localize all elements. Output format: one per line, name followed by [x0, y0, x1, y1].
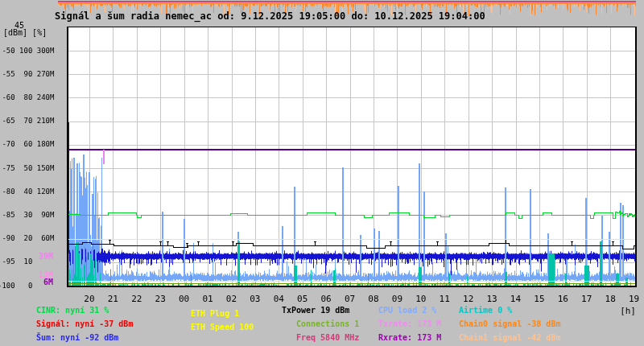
x-axis-hour-17: 17 [578, 295, 596, 303]
legend-airtime: Airtime 0 % [459, 307, 512, 315]
x-axis-hour-11: 11 [436, 295, 453, 303]
x-axis-hour-02: 02 [222, 295, 240, 303]
x-axis-hour-05: 05 [294, 295, 312, 303]
y-axis-row: -85 30 90M [0, 212, 54, 219]
legend-sum: Šum: nyní -92 dBm [36, 334, 118, 342]
y-axis-row: -50 100 300M [0, 47, 54, 55]
y-axis-row: -80 40 120M [0, 188, 54, 196]
legend-txpower: TxPower 19 dBm [282, 307, 349, 315]
x-axis-hour-03: 03 [246, 295, 264, 303]
x-axis-hour-00: 00 [175, 295, 193, 303]
x-axis-hour-22: 22 [128, 295, 146, 303]
x-axis-hour-10: 10 [412, 295, 430, 303]
rate-mark-39m: 39M [5, 253, 53, 261]
y-axis-row: -60 80 240M [0, 94, 54, 101]
chart-title: Signál a šum radia nemec_ac od: 9.12.202… [55, 11, 485, 21]
x-axis-hour-16: 16 [554, 295, 572, 303]
x-axis-unit: [h] [612, 307, 636, 315]
x-axis-hour-23: 23 [151, 295, 169, 303]
legend-chain0: Chain0 signal -38 dBm [459, 320, 560, 328]
y-axis-row: -75 50 150M [0, 165, 54, 172]
legend-chain1: Chain1 signal -42 dBm [459, 334, 560, 342]
legend-eth-speed: ETH Speed 100 [191, 323, 254, 332]
x-axis-hour-09: 09 [388, 295, 406, 303]
y-axis-row: -55 90 270M [0, 71, 54, 78]
x-axis-hour-13: 13 [483, 295, 501, 303]
signal-noise-graph: Signál a šum radia nemec_ac od: 9.12.202… [0, 0, 644, 346]
legend-txrate: Txrate: 173 M [378, 320, 441, 328]
x-axis-hour-18: 18 [601, 295, 619, 303]
x-axis-hour-08: 08 [365, 295, 382, 303]
legend-freq: Freq 5840 MHz [296, 334, 359, 342]
x-axis-hour-07: 07 [341, 295, 359, 303]
x-axis-hour-15: 15 [530, 295, 548, 303]
x-axis-hour-06: 06 [317, 295, 335, 303]
legend-connections: Connections 1 [296, 320, 359, 328]
x-axis-hour-12: 12 [460, 295, 477, 303]
y-axis-unit-label: [dBm] [%] [3, 29, 47, 37]
x-axis-hour-21: 21 [104, 295, 122, 303]
x-axis-hour-01: 01 [199, 295, 217, 303]
x-axis-hour-14: 14 [506, 295, 524, 303]
rate-mark-6m: 6M [5, 278, 53, 286]
legend-signal: Signál: nyní -37 dBm [36, 320, 133, 328]
y-axis-row: -65 70 210M [0, 117, 54, 125]
legend-rxrate: Rxrate: 173 M [378, 334, 441, 342]
legend-cpu: CPU load 2 % [378, 307, 436, 315]
y-axis-row: -90 20 60M [0, 235, 54, 242]
x-axis-hour-20: 20 [80, 295, 98, 303]
y-axis-row: -70 60 180M [0, 141, 54, 148]
x-axis-hour-19: 19 [625, 295, 643, 303]
x-axis-hour-04: 04 [270, 295, 287, 303]
legend-eth-plug: ETH Plug 1 [191, 310, 239, 318]
legend-cinr: CINR: nyní 31 % [36, 307, 109, 315]
